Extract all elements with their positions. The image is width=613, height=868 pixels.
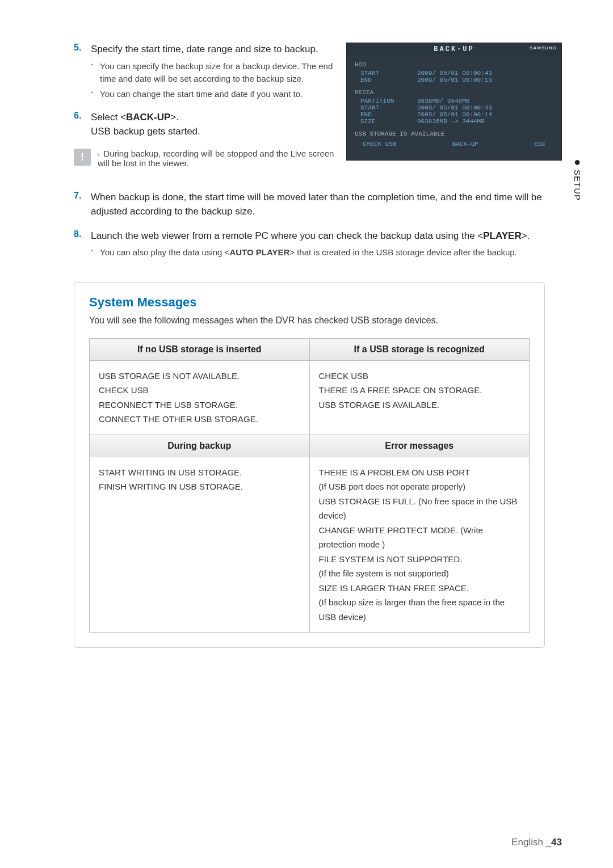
step-text: When backup is done, the start time will… — [91, 191, 545, 218]
step-number: 5. — [74, 43, 81, 53]
text-bold: BACK-UP — [126, 112, 170, 123]
footer-page-number: 43 — [551, 837, 562, 848]
note-block: ! During backup, recording will be stopp… — [74, 149, 346, 168]
table-header: If a USB storage is recognized — [309, 338, 530, 360]
footer-separator: _ — [546, 837, 551, 848]
table-cell: USB STORAGE IS NOT AVAILABLE. CHECK USB … — [90, 360, 310, 435]
table-row: During backup Error messages — [90, 435, 530, 457]
step-6: 6. Select <BACK-UP>. USB backup gets sta… — [74, 111, 346, 138]
table-cell: CHECK USB THERE IS A FREE SPACE ON STORA… — [309, 360, 530, 435]
wide-steps: 7. When backup is done, the start time w… — [74, 185, 545, 259]
step-8: 8. Launch the web viewer from a remote P… — [74, 229, 545, 259]
page-footer: English _43 — [511, 837, 562, 848]
table-row: START WRITING IN USB STORAGE. FINISH WRI… — [90, 457, 530, 633]
text-fragment: Select < — [91, 112, 126, 123]
text-bold: AUTO PLAYER — [229, 247, 289, 257]
text-fragment: Launch the web viewer from a remote PC w… — [91, 230, 483, 241]
step-text: Select <BACK-UP>. — [91, 111, 346, 125]
page-content: 5. Specify the start time, date range an… — [74, 43, 545, 648]
footer-language: English — [511, 837, 543, 848]
table-header: Error messages — [309, 435, 530, 457]
note-text: During backup, recording will be stopped… — [98, 149, 346, 168]
step-number: 7. — [74, 191, 81, 201]
step-number: 8. — [74, 229, 81, 239]
section-subtitle: You will see the following messages when… — [89, 315, 530, 326]
side-tab: ● SETUP — [563, 156, 591, 203]
step-text: Launch the web viewer from a remote PC w… — [91, 229, 545, 243]
step-number: 6. — [74, 111, 81, 121]
table-cell: THERE IS A PROBLEM ON USB PORT (If USB p… — [309, 457, 530, 633]
step-sub: You can specify the backup size for a ba… — [91, 60, 346, 86]
section-title: System Messages — [89, 295, 530, 310]
table-header: If no USB storage is inserted — [90, 338, 310, 360]
step-5: 5. Specify the start time, date range an… — [74, 43, 346, 100]
text-fragment: > that is created in the USB storage dev… — [289, 247, 517, 257]
bullet-icon: ● — [563, 156, 591, 167]
left-column: 5. Specify the start time, date range an… — [74, 43, 346, 168]
text-bold: PLAYER — [483, 230, 521, 241]
text-fragment: You can also play the data using < — [100, 247, 229, 257]
system-messages-section: System Messages You will see the followi… — [74, 282, 545, 648]
table-cell: START WRITING IN USB STORAGE. FINISH WRI… — [90, 457, 310, 633]
step-text: USB backup gets started. — [91, 125, 346, 139]
table-header: During backup — [90, 435, 310, 457]
table-row: If no USB storage is inserted If a USB s… — [90, 338, 530, 360]
step-text: Specify the start time, date range and s… — [91, 43, 346, 57]
side-tab-label: SETUP — [573, 170, 582, 201]
caution-icon: ! — [74, 149, 91, 166]
text-fragment: >. — [522, 230, 530, 241]
system-messages-table: If no USB storage is inserted If a USB s… — [89, 338, 530, 633]
step-7: 7. When backup is done, the start time w… — [74, 191, 545, 218]
step-sub: You can also play the data using <AUTO P… — [91, 246, 545, 259]
text-fragment: >. — [170, 112, 179, 123]
step-sub: You can change the start time and date i… — [91, 88, 346, 101]
table-row: USB STORAGE IS NOT AVAILABLE. CHECK USB … — [90, 360, 530, 435]
